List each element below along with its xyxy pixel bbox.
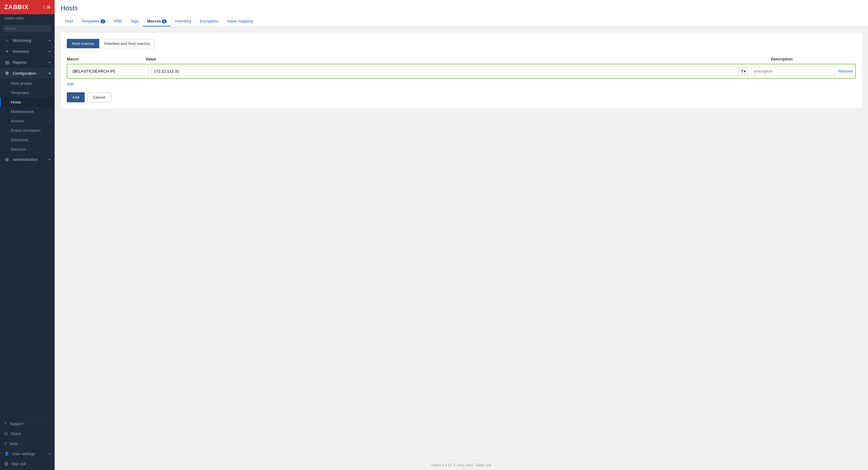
value-col-header: Value (146, 56, 771, 63)
add-button[interactable]: Add (67, 92, 85, 102)
configuration-label: Configuration (13, 71, 36, 76)
logo-text: ZABBIX (4, 4, 29, 11)
templates-badge: 1 (100, 20, 105, 23)
actions-arrow: › (49, 119, 51, 123)
sidebar-item-templates[interactable]: Templates (0, 88, 55, 97)
tab-encryption[interactable]: Encryption (195, 17, 222, 26)
monitoring-arrow: ▾ (49, 39, 51, 42)
inventory-arrow: ▾ (49, 50, 51, 53)
search-input[interactable] (3, 25, 52, 32)
support-icon: ? (4, 421, 6, 426)
expand-icon[interactable]: ⊞ (47, 5, 51, 10)
sidebar-bottom: ? Support ⊡ Share ? Help 👤 User settings… (0, 417, 55, 470)
tab-value-mapping[interactable]: Value mapping (223, 17, 257, 26)
tab-bar: Host Templates1 IPMI Tags Macros1 Invent… (61, 17, 862, 26)
page-title: Hosts (61, 4, 862, 12)
sidebar-item-administration[interactable]: ⊞ Administration ▾ (0, 154, 55, 165)
discovery-label: Discovery (11, 138, 28, 142)
user-settings-icon: 👤 (4, 451, 9, 456)
cancel-button[interactable]: Cancel (87, 92, 111, 102)
sign-out-label: Sign out (11, 462, 26, 466)
inventory-label: Inventory (13, 49, 29, 54)
inventory-icon: ≡ (4, 49, 10, 54)
sidebar-item-user-settings[interactable]: 👤 User settings ▾ (0, 449, 55, 459)
reports-arrow: ▾ (49, 61, 51, 64)
description-field[interactable] (751, 67, 836, 76)
value-type-button[interactable]: T ▾ (738, 67, 748, 76)
page-content: Host macros Inherited and host macros Ma… (55, 27, 868, 460)
macro-table-header: Macro Value Description (67, 54, 856, 64)
macro-tabs: Host macros Inherited and host macros (67, 39, 856, 48)
tab-ipmi[interactable]: IPMI (110, 17, 126, 26)
monitoring-icon: ○ (4, 38, 10, 43)
host-groups-label: Host groups (11, 81, 32, 86)
page-header: Hosts Host Templates1 IPMI Tags Macros1 … (55, 0, 868, 27)
sidebar-item-monitoring[interactable]: ○ Monitoring ▾ (0, 35, 55, 46)
macro-field[interactable] (70, 67, 149, 76)
maintenance-label: Maintenance (11, 109, 33, 114)
logo-controls: 《 ⊞ (41, 5, 51, 10)
configuration-arrow: ▾ (49, 72, 51, 75)
sidebar-item-support[interactable]: ? Support (0, 419, 55, 429)
help-label: Help (9, 441, 18, 446)
hosts-label: Hosts (11, 100, 21, 105)
tab-tags[interactable]: Tags (126, 17, 143, 26)
sidebar-item-reports[interactable]: ▤ Reports ▾ (0, 57, 55, 68)
sidebar: ZABBIX 《 ⊞ zabbix-redis ○ Monitoring ▾ ≡… (0, 0, 55, 470)
sidebar-item-event-correlation[interactable]: Event correlation (0, 126, 55, 135)
help-icon: ? (4, 441, 6, 446)
sidebar-item-maintenance[interactable]: Maintenance (0, 107, 55, 116)
description-col-header: Description (771, 56, 856, 63)
main-area: Hosts Host Templates1 IPMI Tags Macros1 … (55, 0, 868, 470)
macro-row: T ▾ Remove (67, 64, 856, 79)
tab-macros[interactable]: Macros1 (143, 17, 171, 26)
logo-area: ZABBIX 《 ⊞ (0, 0, 55, 14)
sidebar-item-configuration[interactable]: ⚙ Configuration ▾ (0, 68, 55, 79)
macros-badge: 1 (162, 20, 166, 23)
sidebar-item-services[interactable]: Services (0, 145, 55, 154)
collapse-icon[interactable]: 《 (41, 5, 45, 10)
administration-icon: ⊞ (4, 157, 10, 162)
user-settings-arrow: ▾ (49, 452, 51, 456)
add-row-link[interactable]: Add (67, 82, 74, 86)
event-correlation-label: Event correlation (11, 128, 41, 133)
macro-col-header: Macro (67, 56, 146, 63)
content-card: Host macros Inherited and host macros Ma… (61, 33, 862, 108)
reports-icon: ▤ (4, 60, 10, 65)
services-label: Services (11, 147, 26, 151)
configuration-icon: ⚙ (4, 71, 10, 76)
value-wrapper: T ▾ (151, 67, 748, 76)
administration-label: Administration (13, 157, 38, 162)
sidebar-item-share[interactable]: ⊡ Share (0, 429, 55, 439)
action-buttons: Add Cancel (67, 92, 856, 102)
sidebar-item-host-groups[interactable]: Host groups (0, 79, 55, 88)
value-type-chevron: ▾ (744, 69, 746, 74)
value-type-label: T (741, 69, 743, 74)
sidebar-item-discovery[interactable]: Discovery (0, 135, 55, 145)
sidebar-item-hosts[interactable]: Hosts (0, 97, 55, 107)
sidebar-item-help[interactable]: ? Help (0, 439, 55, 449)
share-label: Share (11, 432, 21, 436)
tab-inventory[interactable]: Inventory (171, 17, 195, 26)
inherited-macros-tab-btn[interactable]: Inherited and host macros (99, 39, 155, 48)
reports-label: Reports (13, 60, 27, 65)
sidebar-item-inventory[interactable]: ≡ Inventory ▾ (0, 46, 55, 57)
actions-label: Actions (11, 119, 24, 123)
sidebar-item-actions[interactable]: Actions › (0, 116, 55, 126)
remove-link[interactable]: Remove (838, 69, 853, 74)
sidebar-user: zabbix-redis (0, 14, 55, 23)
tab-host[interactable]: Host (61, 17, 78, 26)
footer-text: Zabbix 5.4.12. © 2001–2022, Zabbix SIA (431, 463, 492, 467)
user-settings-label: User settings (12, 451, 35, 456)
administration-arrow: ▾ (49, 158, 51, 161)
monitoring-label: Monitoring (13, 38, 31, 43)
sidebar-item-sign-out[interactable]: ⏻ Sign out (0, 459, 55, 469)
share-icon: ⊡ (4, 432, 8, 436)
tab-templates[interactable]: Templates1 (78, 17, 110, 26)
host-macros-tab-btn[interactable]: Host macros (67, 39, 99, 48)
nav-section: ○ Monitoring ▾ ≡ Inventory ▾ ▤ Reports ▾… (0, 35, 55, 417)
templates-label: Templates (11, 90, 29, 95)
value-field[interactable] (151, 67, 738, 76)
sign-out-icon: ⏻ (4, 462, 8, 466)
page-footer: Zabbix 5.4.12. © 2001–2022, Zabbix SIA (55, 460, 868, 470)
